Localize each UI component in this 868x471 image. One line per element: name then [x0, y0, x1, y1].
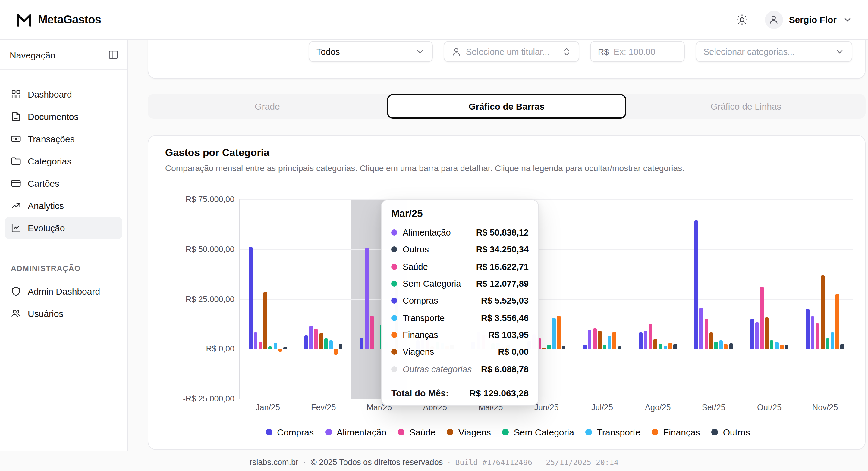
sidebar-item-documentos[interactable]: Documentos [5, 105, 122, 128]
bar-financas-ago-25[interactable] [669, 343, 672, 349]
bar-financas-jan-25[interactable] [278, 349, 282, 352]
legend-item-compras[interactable]: Compras [266, 427, 314, 437]
sidebar-collapse-button[interactable] [108, 49, 119, 60]
bar-transporte-nov-25[interactable] [831, 333, 834, 349]
bar-alimentacao-set-25[interactable] [700, 308, 703, 349]
bar-viagens-fev-25[interactable] [319, 333, 323, 349]
legend-item-transporte[interactable]: Transporte [586, 427, 641, 437]
bar-alimentacao-nov-25[interactable] [811, 316, 815, 349]
holder-select[interactable]: Selecione um titular... [444, 41, 579, 62]
bar-alimentacao-out-25[interactable] [755, 322, 759, 349]
sidebar-item-categorias[interactable]: Categorias [5, 150, 122, 172]
bar-saude-nov-25[interactable] [816, 323, 819, 349]
bar-transporte-fev-25[interactable] [329, 340, 333, 349]
bar-viagens-nov-25[interactable] [821, 275, 824, 349]
bar-outros-jan-25[interactable] [283, 347, 287, 349]
bar-financas-jun-25[interactable] [557, 315, 561, 349]
bar-compras-jan-25[interactable] [249, 247, 252, 349]
bar-compras-ago-25[interactable] [639, 333, 642, 349]
tooltip-category-label: Outros [403, 245, 429, 255]
bar-outros-jul-25[interactable] [618, 346, 621, 349]
legend-item-alimentacao[interactable]: Alimentação [325, 427, 386, 437]
bar-outros-set-25[interactable] [729, 343, 733, 349]
bar-saude-jul-25[interactable] [593, 328, 596, 349]
bar-sem-categoria-nov-25[interactable] [826, 338, 830, 349]
bar-compras-jul-25[interactable] [583, 345, 587, 349]
brand-logo[interactable]: MetaGastos [16, 11, 101, 28]
bar-outros-nov-25[interactable] [841, 344, 844, 349]
bar-alimentacao-jan-25[interactable] [253, 333, 257, 349]
bar-viagens-jul-25[interactable] [598, 331, 601, 349]
bar-transporte-ago-25[interactable] [663, 346, 667, 349]
bar-alimentacao-fev-25[interactable] [309, 326, 313, 349]
sun-icon [736, 13, 748, 26]
bar-financas-out-25[interactable] [780, 345, 784, 349]
legend-item-viagens[interactable]: Viagens [447, 427, 491, 437]
tab-grade[interactable]: Grade [148, 94, 387, 119]
amount-field[interactable]: R$ [590, 41, 685, 62]
legend-item-saude[interactable]: Saúde [398, 427, 435, 437]
bar-sem-categoria-out-25[interactable] [770, 341, 774, 349]
bar-financas-set-25[interactable] [724, 344, 728, 349]
tooltip-category-label: Outras categorias [403, 364, 472, 374]
sidebar-item-usuarios[interactable]: Usuários [5, 302, 122, 325]
y-axis-tick-label: -R$ 25.000,00 [183, 394, 235, 403]
sidebar-item-admin-dashboard[interactable]: Admin Dashboard [5, 280, 122, 302]
bar-alimentacao-ago-25[interactable] [644, 331, 647, 349]
bar-financas-nov-25[interactable] [836, 294, 839, 349]
sidebar-item-evolucao[interactable]: Evolução [5, 217, 122, 239]
bar-financas-jul-25[interactable] [613, 332, 616, 349]
legend-item-financas[interactable]: Finanças [652, 427, 700, 437]
bar-compras-out-25[interactable] [750, 318, 754, 349]
bar-saude-mar-25[interactable] [370, 315, 374, 349]
legend-dot [712, 429, 718, 435]
bar-sem-categoria-fev-25[interactable] [324, 338, 328, 349]
sidebar-item-analytics[interactable]: Analytics [5, 195, 122, 217]
bar-alimentacao-jul-25[interactable] [588, 330, 592, 349]
bar-alimentacao-mar-25[interactable] [365, 247, 369, 349]
bar-outros-out-25[interactable] [785, 344, 788, 349]
bar-viagens-set-25[interactable] [710, 333, 713, 349]
tab-grafico-de-barras[interactable]: Gráfico de Barras [387, 94, 626, 119]
bar-saude-jan-25[interactable] [258, 342, 262, 349]
bar-sem-categoria-jan-25[interactable] [269, 347, 272, 349]
amount-input[interactable] [614, 47, 677, 56]
bar-saude-fev-25[interactable] [314, 329, 318, 349]
bar-saude-ago-25[interactable] [649, 324, 652, 349]
bar-compras-set-25[interactable] [694, 221, 698, 349]
bar-sem-categoria-jun-25[interactable] [547, 344, 551, 349]
theme-toggle-button[interactable] [736, 13, 748, 26]
bar-outros-ago-25[interactable] [673, 344, 677, 349]
tab-grafico-de-linhas[interactable]: Gráfico de Linhas [626, 94, 866, 119]
bar-financas-fev-25[interactable] [334, 349, 338, 355]
sidebar-item-dashboard[interactable]: Dashboard [5, 83, 122, 105]
bar-transporte-jun-25[interactable] [552, 318, 556, 349]
bar-transporte-jan-25[interactable] [273, 343, 277, 349]
bar-outros-jun-25[interactable] [562, 346, 565, 349]
bar-saude-set-25[interactable] [704, 318, 708, 349]
bar-compras-mar-25[interactable] [360, 338, 364, 349]
bar-compras-nov-25[interactable] [806, 309, 809, 349]
type-select[interactable]: Todos [309, 41, 433, 62]
sidebar-item-transacoes[interactable]: Transações [5, 128, 122, 150]
user-menu[interactable]: Sergio Flor [765, 10, 852, 29]
legend-label: Alimentação [337, 427, 386, 437]
footer-site-link[interactable]: rslabs.com.br [250, 458, 299, 467]
legend-item-outros[interactable]: Outros [712, 427, 750, 437]
legend-item-sem-categoria[interactable]: Sem Categoria [502, 427, 574, 437]
bar-compras-fev-25[interactable] [304, 335, 308, 349]
bar-sem-categoria-ago-25[interactable] [658, 344, 662, 349]
bar-transporte-out-25[interactable] [775, 342, 778, 349]
sidebar-item-cartoes[interactable]: Cartões [5, 172, 122, 195]
bar-saude-out-25[interactable] [760, 287, 764, 349]
bar-outros-fev-25[interactable] [339, 344, 343, 349]
bar-viagens-ago-25[interactable] [654, 339, 657, 349]
bar-viagens-jan-25[interactable] [264, 293, 267, 349]
bar-viagens-jun-25[interactable] [542, 347, 546, 349]
bar-transporte-jul-25[interactable] [608, 336, 612, 349]
bar-transporte-set-25[interactable] [719, 340, 723, 349]
categories-select[interactable]: Selecionar categorias... [695, 41, 852, 62]
bar-sem-categoria-set-25[interactable] [714, 342, 718, 349]
bar-viagens-out-25[interactable] [765, 317, 769, 349]
bar-sem-categoria-jul-25[interactable] [603, 345, 607, 349]
